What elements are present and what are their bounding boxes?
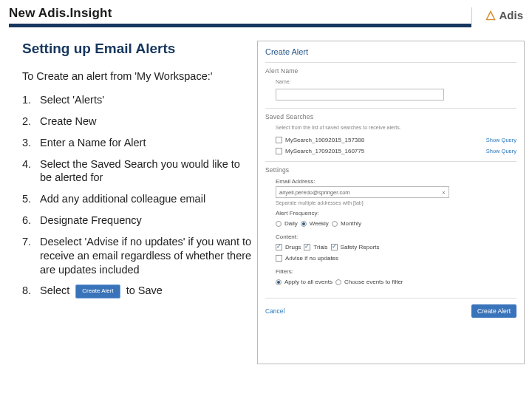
dialog-footer: Cancel Create Alert [265, 298, 516, 318]
freq-weekly: Weekly [310, 220, 329, 227]
saved-desc: Select from the list of saved searches t… [276, 125, 516, 130]
content-options: Drugs Trials Safety Reports [276, 242, 516, 253]
content-safety: Safety Reports [341, 244, 380, 250]
step8-suffix: to Save [126, 284, 163, 296]
alert-name-heading: Alert Name [265, 67, 516, 75]
radio-icon[interactable] [301, 221, 307, 227]
section-saved-searches: Saved Searches Select from the list of s… [265, 108, 516, 161]
show-query-link[interactable]: Show Query [486, 137, 516, 143]
content-label: Content: [276, 233, 516, 240]
checkbox-icon[interactable] [276, 148, 282, 154]
step-5: Add any additional colleague email [22, 188, 253, 210]
radio-icon[interactable] [335, 279, 341, 285]
filters-label: Filters: [276, 268, 516, 275]
filter-all: Apply to all events [284, 279, 332, 285]
dialog-title: Create Alert [265, 47, 516, 56]
step-6: Designate Frequency [22, 210, 253, 231]
steps-list: Select 'Alerts' Create New Enter a Name … [22, 89, 253, 302]
radio-icon[interactable] [276, 221, 282, 227]
content-trials: Trials [313, 244, 327, 250]
email-label: Email Address: [276, 178, 516, 185]
step-7: Deselect 'Advise if no updates' if you w… [22, 231, 253, 281]
advise-row: Advise if no updates [276, 253, 516, 264]
checkbox-icon[interactable] [331, 244, 338, 250]
title-underline [9, 24, 471, 27]
step-4: Select the Saved Search you would like t… [22, 154, 253, 189]
step-8: Select Create Alert to Save [22, 280, 253, 301]
step8-prefix: Select [40, 284, 69, 296]
name-label: Name: [276, 79, 516, 84]
title-wrap: New Adis.Insight [9, 6, 471, 27]
content: Setting up Email Alerts To Create an ale… [0, 27, 532, 364]
saved-search-row-2: MySearch_17092015_160775 Show Query [276, 146, 516, 157]
checkbox-icon[interactable] [276, 244, 282, 250]
step-2: Create New [22, 111, 253, 132]
step-1: Select 'Alerts' [22, 89, 253, 111]
filter-choose: Choose events to filter [344, 279, 403, 285]
instructions-panel: Setting up Email Alerts To Create an ale… [22, 41, 253, 364]
frequency-label: Alert Frequency: [276, 210, 516, 216]
saved-search-row-1: MySearch_19092015_157388 Show Query [276, 134, 516, 146]
create-alert-button[interactable]: Create Alert [471, 304, 516, 318]
checkbox-icon[interactable] [276, 255, 282, 262]
filters-options: Apply to all events Choose events to fil… [276, 276, 516, 287]
radio-icon[interactable] [332, 221, 338, 227]
settings-heading: Settings [265, 166, 516, 174]
create-alert-inline-button: Create Alert [75, 284, 120, 298]
section-title: Setting up Email Alerts [22, 41, 253, 57]
step-3: Enter a Name for Alert [22, 132, 253, 154]
email-input[interactable]: anyeli.peredo@springer.com × [276, 186, 449, 198]
checkbox-icon[interactable] [276, 137, 282, 143]
alert-name-input[interactable] [276, 89, 444, 100]
adis-logo-icon [485, 10, 496, 21]
advise-label: Advise if no updates [285, 255, 338, 262]
saved-search-label: MySearch_17092015_160775 [285, 148, 364, 154]
checkbox-icon[interactable] [304, 244, 310, 250]
content-drugs: Drugs [285, 244, 301, 250]
freq-monthly: Monthly [341, 220, 361, 227]
radio-icon[interactable] [276, 279, 282, 285]
clear-icon[interactable]: × [442, 189, 445, 196]
cancel-link[interactable]: Cancel [265, 307, 284, 315]
create-alert-dialog: Create Alert Alert Name Name: Saved Sear… [257, 41, 525, 364]
saved-searches-heading: Saved Searches [265, 113, 516, 120]
brand-text: Adis [499, 9, 523, 21]
show-query-link[interactable]: Show Query [486, 148, 516, 154]
page-header: New Adis.Insight Adis [0, 0, 532, 27]
brand-logo: Adis [471, 7, 523, 24]
email-value: anyeli.peredo@springer.com [279, 189, 350, 196]
freq-daily: Daily [284, 220, 298, 227]
frequency-options: Daily Weekly Monthly [276, 218, 516, 229]
section-settings: Settings Email Address: anyeli.peredo@sp… [265, 161, 516, 292]
intro-text: To Create an alert from 'My Workspace:' [22, 70, 253, 82]
saved-search-label: MySearch_19092015_157388 [285, 137, 364, 143]
email-hint: Separate multiple addresses with [tab] [276, 200, 516, 205]
page-title: New Adis.Insight [9, 6, 471, 24]
section-alert-name: Alert Name Name: [265, 62, 516, 108]
